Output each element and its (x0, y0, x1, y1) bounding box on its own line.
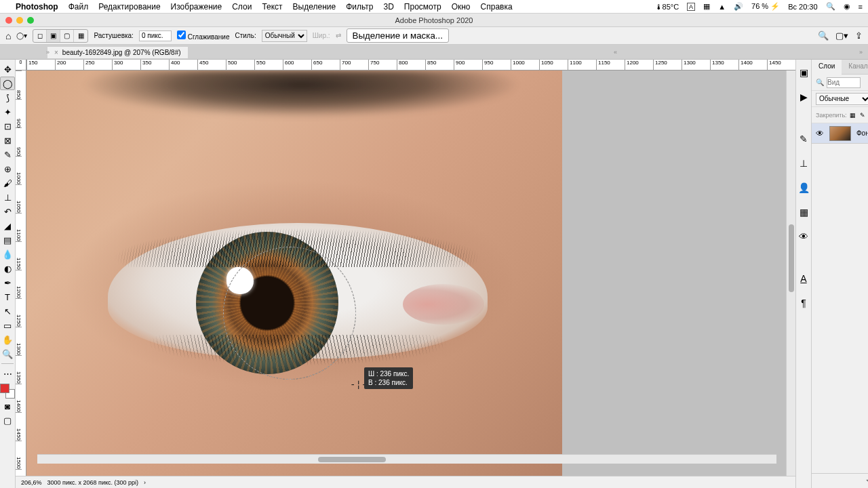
marquee-tool-icon[interactable]: ◯ (0, 77, 15, 90)
mac-menubar: Photoshop Файл Редактирование Изображени… (0, 0, 868, 14)
quickmask-icon[interactable]: ◙ (0, 399, 15, 413)
path-tool-icon[interactable]: ↖ (0, 304, 15, 318)
tab-layers[interactable]: Слои (812, 60, 842, 75)
lock-paint-icon[interactable]: ✎ (859, 112, 866, 119)
brush-panel-icon[interactable]: ✎ (796, 131, 811, 146)
menu-file[interactable]: Файл (68, 2, 89, 12)
horizontal-ruler[interactable]: 1502002503003504004505005506006507007508… (26, 60, 795, 70)
tab-channels[interactable]: Каналы (842, 60, 868, 74)
preview-panel-icon[interactable]: 👁 (796, 229, 811, 244)
wand-tool-icon[interactable]: ✦ (0, 105, 15, 119)
clone-panel-icon[interactable]: ⊥ (796, 156, 811, 171)
input-icon[interactable]: A (687, 3, 695, 11)
clock[interactable]: Вс 20:30 (788, 3, 817, 11)
layer-filter-input[interactable] (827, 77, 861, 88)
vertical-scrollbar[interactable] (786, 70, 795, 476)
select-and-mask-button[interactable]: Выделение и маска... (347, 28, 449, 43)
layer-row[interactable]: 👁 Фон 🔒 (812, 123, 868, 144)
people-panel-icon[interactable]: 👤 (796, 180, 811, 195)
home-button[interactable]: ⌂ (5, 30, 11, 41)
document-tab[interactable]: × beauty-1692849.jpg @ 207% (RGB/8#) (47, 46, 188, 58)
selection-intersect-icon[interactable]: ▦ (74, 30, 87, 42)
ruler-origin[interactable]: 0 (16, 60, 26, 70)
battery-indicator[interactable]: 76 % ⚡ (751, 2, 780, 11)
menu-layers[interactable]: Слои (232, 2, 252, 12)
menu-help[interactable]: Справка (481, 2, 513, 12)
shape-tool-icon[interactable]: ▭ (0, 319, 15, 332)
menu-edit[interactable]: Редактирование (98, 2, 160, 12)
collapse-right-icon[interactable]: « (614, 49, 617, 56)
status-menu-icon[interactable]: › (144, 479, 146, 486)
swatches-panel-icon[interactable]: ▦ (796, 205, 811, 220)
minimize-window-button[interactable] (16, 17, 23, 24)
feather-input[interactable] (139, 30, 172, 41)
gradient-tool-icon[interactable]: ▤ (0, 233, 15, 247)
vertical-ruler[interactable]: 8509009501000105011001150120012501300135… (16, 70, 26, 476)
close-tab-icon[interactable]: × (54, 49, 58, 56)
menu-image[interactable]: Изображение (171, 2, 222, 12)
frame-tool-icon[interactable]: ⊠ (0, 134, 15, 147)
collapsed-panels-dock: ▣ ▶ ✎ ⊥ 👤 ▦ 👁 A ¶ (795, 60, 812, 488)
edit-toolbar-icon[interactable]: ⋯ (0, 367, 15, 380)
brush-tool-icon[interactable]: 🖌 (0, 176, 15, 190)
blur-tool-icon[interactable]: 💧 (0, 247, 15, 261)
dodge-tool-icon[interactable]: ◐ (0, 262, 15, 275)
control-center-icon[interactable]: ▦ (703, 2, 710, 11)
crop-tool-icon[interactable]: ⊡ (0, 119, 15, 133)
move-tool-icon[interactable]: ✥ (0, 62, 15, 76)
eraser-tool-icon[interactable]: ◢ (0, 219, 15, 232)
character-panel-icon[interactable]: A (796, 271, 811, 286)
pen-tool-icon[interactable]: ✒ (0, 276, 15, 289)
horizontal-scrollbar[interactable] (37, 454, 776, 464)
layer-name[interactable]: Фон (856, 129, 868, 137)
siri-icon[interactable]: ◉ (844, 2, 850, 11)
menu-filter[interactable]: Фильтр (346, 2, 373, 12)
volume-icon[interactable]: 🔊 (734, 2, 743, 11)
style-select[interactable]: Обычный (262, 30, 307, 42)
blend-mode-select[interactable]: Обычные (816, 93, 868, 105)
stamp-tool-icon[interactable]: ⊥ (0, 190, 15, 204)
search-icon[interactable]: 🔍 (818, 30, 829, 41)
app-name[interactable]: Photoshop (16, 2, 58, 12)
canvas[interactable]: -¦- Ш : 236 пикс. В : 236 пикс. (26, 70, 786, 476)
color-swatches[interactable] (0, 384, 15, 399)
screenmode-icon[interactable]: ▢ (0, 413, 15, 427)
collapse-icon[interactable]: » (46, 49, 50, 56)
visibility-toggle-icon[interactable]: 👁 (816, 129, 824, 138)
share-icon[interactable]: ⇪ (855, 30, 863, 41)
layers-footer: ⟲ fx ◻ ◐ ▭ ⊞ 🗑 (812, 473, 868, 488)
antialias-checkbox[interactable]: Сглаживание (177, 30, 230, 41)
heal-tool-icon[interactable]: ⊕ (0, 162, 15, 176)
doc-dimensions: 3000 пикс. x 2068 пикс. (300 ppi) (47, 479, 138, 486)
paragraph-panel-icon[interactable]: ¶ (796, 296, 811, 310)
tool-preset-icon[interactable]: ◯▾ (16, 32, 27, 39)
selection-add-icon[interactable]: ▣ (47, 30, 60, 42)
swap-wh-icon: ⇄ (336, 32, 341, 39)
menu-3d[interactable]: 3D (384, 2, 394, 12)
lock-trans-icon[interactable]: ▦ (850, 112, 856, 119)
close-window-button[interactable] (5, 17, 12, 24)
eyedropper-tool-icon[interactable]: ✎ (0, 148, 15, 161)
search-icon[interactable]: 🔍 (826, 2, 835, 11)
history-brush-tool-icon[interactable]: ↶ (0, 205, 15, 218)
menu-view[interactable]: Просмотр (404, 2, 441, 12)
lasso-tool-icon[interactable]: ⟆ (0, 91, 15, 104)
hand-tool-icon[interactable]: ✋ (0, 333, 15, 346)
history-panel-icon[interactable]: ▣ (796, 65, 811, 80)
type-tool-icon[interactable]: T (0, 290, 15, 304)
dimension-tooltip: Ш : 236 пикс. В : 236 пикс. (364, 367, 413, 389)
wifi-icon[interactable]: ▲ (718, 3, 726, 11)
menu-text[interactable]: Текст (262, 2, 282, 12)
zoom-level[interactable]: 206,6% (21, 479, 42, 486)
menu-icon[interactable]: ≡ (859, 3, 863, 11)
actions-panel-icon[interactable]: ▶ (796, 89, 811, 104)
menu-window[interactable]: Окно (452, 2, 471, 12)
selection-subtract-icon[interactable]: ▢ (60, 30, 74, 42)
menu-select[interactable]: Выделение (293, 2, 336, 12)
maximize-window-button[interactable] (27, 17, 34, 24)
selection-new-icon[interactable]: ◻ (33, 30, 47, 42)
layer-thumbnail[interactable] (829, 126, 851, 141)
panel-menu-icon[interactable]: » (859, 49, 863, 56)
workspace-icon[interactable]: ▢▾ (835, 30, 848, 41)
zoom-tool-icon[interactable]: 🔍 (0, 347, 15, 361)
